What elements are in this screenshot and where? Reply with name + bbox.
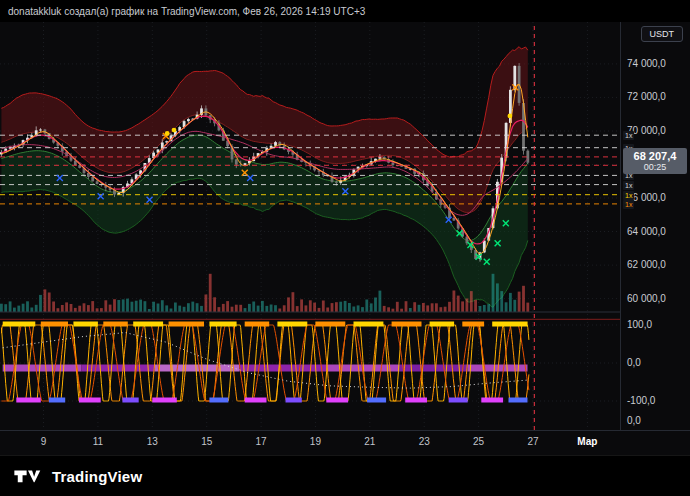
oscillator-axis-label: 100,0 — [627, 319, 652, 331]
time-axis-label: 11 — [93, 436, 103, 447]
time-axis-label: 23 — [419, 436, 430, 447]
time-axis-label: 13 — [147, 436, 158, 447]
attribution-bar: donatakkluk создал(а) график на TradingV… — [0, 0, 690, 22]
tradingview-snapshot: donatakkluk создал(а) график на TradingV… — [0, 0, 690, 496]
last-price-badge: 68 207,4 00:25 — [623, 148, 687, 174]
oscillator-axis-label: 0,0 — [627, 357, 641, 369]
bar-countdown: 00:25 — [623, 162, 687, 172]
footer: TradingView — [0, 455, 690, 496]
time-axis-label: 17 — [256, 436, 267, 447]
oscillator-pane — [0, 319, 620, 402]
time-axis-label: 25 — [473, 436, 484, 447]
price-axis-label: 74 000,0 — [627, 58, 666, 70]
tradingview-logo-icon[interactable] — [13, 467, 43, 485]
time-axis-label: 21 — [364, 436, 375, 447]
oscillator-axis-label: 0,0 — [627, 415, 641, 427]
price-axis-label: 64 000,0 — [627, 226, 666, 238]
level-price-tag: 1x — [623, 181, 634, 190]
price-pane — [0, 47, 620, 312]
price-axis-label: 62 000,0 — [627, 259, 666, 271]
chart-area: USDT 68 207,4 00:25 74 000,072 000,070 0… — [0, 22, 690, 455]
level-price-tag: 1x — [623, 131, 634, 140]
time-axis-label: Мар — [577, 436, 597, 447]
oscillator-axis-label: -100,0 — [627, 395, 655, 407]
time-axis-label: 9 — [41, 436, 47, 447]
price-axis-label: 60 000,0 — [627, 293, 666, 305]
price-axis-label: 72 000,0 — [627, 91, 666, 103]
time-axis-label: 27 — [527, 436, 538, 447]
level-price-tag: 1x — [623, 191, 634, 200]
time-axis-label: 19 — [310, 436, 321, 447]
chart-canvas[interactable] — [0, 22, 620, 430]
last-price: 68 207,4 — [623, 150, 687, 162]
price-axis[interactable]: USDT 68 207,4 00:25 74 000,072 000,070 0… — [620, 22, 690, 430]
time-axis[interactable]: 9111315171921232527Мар — [0, 430, 690, 455]
currency-toggle-button[interactable]: USDT — [641, 26, 684, 42]
level-price-tag: 1x — [623, 200, 634, 209]
time-axis-label: 15 — [201, 436, 212, 447]
attribution-text: donatakkluk создал(а) график на TradingV… — [8, 6, 365, 17]
tradingview-wordmark[interactable]: TradingView — [52, 468, 142, 485]
volume-bars — [0, 274, 529, 312]
